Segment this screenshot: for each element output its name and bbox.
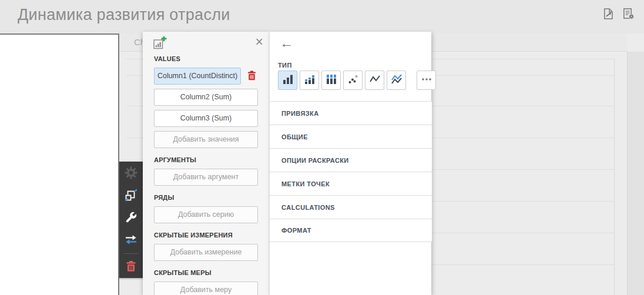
section-calculations[interactable]: CALCULATIONS [270,195,432,219]
binding-panel: × VALUES Column1 (CountDistinct) [143,32,269,295]
chart-type-bar[interactable] [278,71,297,90]
options-accordion: ПРИВЯЗКА ОБЩИЕ ОПЦИИ РАСКРАСКИ МЕТКИ ТОЧ… [270,101,432,242]
section-label-values: VALUES [154,55,258,62]
dashboard-item-canvas[interactable] [0,33,119,295]
stacked-line-icon [390,73,403,88]
section-binding[interactable]: ПРИВЯЗКА [270,101,432,125]
ghost-table-border [614,59,615,295]
export-icon [602,7,615,22]
chart-type-line[interactable] [365,71,384,90]
item-maximize-button[interactable] [119,185,143,207]
chart-type-point[interactable] [343,71,363,90]
section-common-label: ОБЩИЕ [281,133,308,140]
export-button[interactable] [601,7,616,22]
section-coloring-label: ОПЦИИ РАСКРАСКИ [281,157,349,164]
dashboard-title: Динамика развития отрасли [18,6,230,24]
chart-add-icon [153,36,167,53]
stacked-bar-icon [303,73,316,88]
add-argument-button[interactable]: Добавить аргумент [154,169,258,186]
section-label-hidden-measures: СКРЫТЫЕ МЕРЫ [154,269,258,276]
chart-type-row [278,71,436,90]
maximize-icon [124,188,138,204]
item-settings-button[interactable] [119,163,143,185]
section-format-label: ФОРМАТ [281,227,311,234]
trash-small-icon [246,70,257,83]
value-field-column3[interactable]: Column3 (Sum) [154,110,258,127]
bar-chart-icon [281,73,294,88]
close-button[interactable]: × [256,33,263,51]
back-arrow-icon: ← [280,35,293,51]
item-delete-button[interactable] [119,256,143,278]
value-field-column1[interactable]: Column1 (CountDistinct) [154,68,241,85]
binding-panel-header: × [143,32,269,52]
convert-icon [124,233,138,249]
type-section-label: ТИП [278,62,292,69]
add-measure-button[interactable]: Добавить меру [154,281,258,295]
item-edit-button[interactable] [119,207,143,230]
more-types-icon [420,73,433,88]
chart-type-stacked-line[interactable] [387,71,406,90]
add-series-button[interactable]: Добавить серию [154,206,258,223]
close-icon: × [256,34,263,49]
toolbar-divider [123,253,139,254]
chart-type-stacked-bar[interactable] [300,71,319,90]
binding-panel-body: VALUES Column1 (CountDistinct) Column2 (… [143,55,269,295]
page-settings-icon [622,7,635,22]
value-field-column2[interactable]: Column2 (Sum) [154,89,258,106]
trash-icon [125,260,137,274]
section-common[interactable]: ОБЩИЕ [270,125,432,148]
full-stacked-bar-icon [325,73,338,88]
section-label-arguments: АРГУМЕНТЫ [154,156,258,163]
surface-right-strip [627,52,644,295]
section-coloring[interactable]: ОПЦИИ РАСКРАСКИ [270,148,432,172]
section-point-labels[interactable]: МЕТКИ ТОЧЕК [270,172,432,195]
section-label-hidden-dimensions: СКРЫТЫЕ ИЗМЕРЕНИЯ [154,232,258,239]
wrench-icon [125,211,137,226]
header-actions [601,7,636,22]
options-panel: ← ТИП [269,32,431,295]
chart-type-more[interactable] [417,71,436,90]
chart-type-full-stacked-bar[interactable] [321,71,341,90]
section-calculations-label: CALCULATIONS [281,204,335,211]
item-toolbar [119,162,143,278]
section-format[interactable]: ФОРМАТ [270,219,432,242]
section-label-series: РЯДЫ [154,194,258,201]
gear-icon [123,165,139,182]
dashboard-parameters-button[interactable] [620,7,636,22]
add-values-button[interactable]: Добавить значения [154,131,258,148]
section-binding-label: ПРИВЯЗКА [281,110,318,117]
section-point-labels-label: МЕТКИ ТОЧЕК [281,180,330,187]
dashboard-header: Динамика развития отрасли [0,0,644,33]
item-convert-button[interactable] [119,229,143,252]
value-field-row: Column1 (CountDistinct) [154,68,258,85]
line-chart-icon [368,73,381,88]
point-chart-icon [347,73,360,88]
delete-value-button[interactable] [246,70,257,83]
add-dimension-button[interactable]: Добавить измерение [154,244,258,261]
back-button[interactable]: ← [280,35,293,51]
